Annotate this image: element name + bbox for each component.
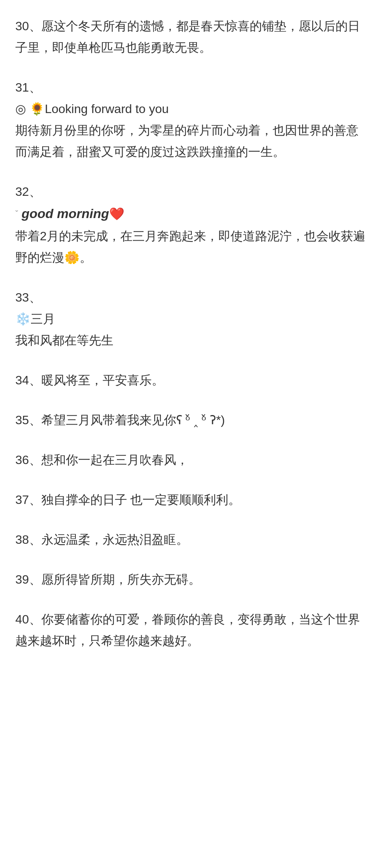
entry-38-text: 38、永远温柔，永远热泪盈眶。 [15,529,368,550]
entry-30: 30、愿这个冬天所有的遗憾，都是春天惊喜的铺垫，愿以后的日子里，即使单枪匹马也能… [15,15,368,58]
entry-37: 37、独自撑伞的日子 也一定要顺顺利利。 [15,489,368,510]
content-container: 30、愿这个冬天所有的遗憾，都是春天惊喜的铺垫，愿以后的日子里，即使单枪匹马也能… [15,15,368,651]
entry-33-line2: ❄️三月 [15,308,368,330]
entry-33-number: 33、 [15,287,368,308]
entry-36-text: 36、想和你一起在三月吹春风， [15,449,368,471]
entry-32-number: 32、 [15,181,368,202]
entry-37-text: 37、独自撑伞的日子 也一定要顺顺利利。 [15,489,368,510]
entry-32-line2: ˇ good morning❤️ [15,202,368,225]
entry-31: 31、 ◎ 🌻Looking forward to you 期待新月份里的你呀，… [15,77,368,162]
entry-39-text: 39、愿所得皆所期，所失亦无碍。 [15,569,368,590]
entry-33: 33、 ❄️三月 我和风都在等先生 [15,287,368,351]
entry-32-body: 带着2月的未完成，在三月奔跑起来，即使道路泥泞，也会收获遍野的烂漫🌼。 [15,225,368,268]
red-heart-icon: ❤️ [109,207,124,221]
entry-34-text: 34、暖风将至，平安喜乐。 [15,369,368,391]
entry-38: 38、永远温柔，永远热泪盈眶。 [15,529,368,550]
wavy-decoration: ˇ [15,207,18,222]
good-morning-text: good morning [21,206,109,221]
entry-35: 35、希望三月风带着我来见你ʕ ᵒ̌ ‸ ᵒ̌ ʔ*) [15,409,368,431]
entry-31-line2: ◎ 🌻Looking forward to you [15,98,368,120]
entry-33-body: 我和风都在等先生 [15,330,368,351]
entry-35-text: 35、希望三月风带着我来见你ʕ ᵒ̌ ‸ ᵒ̌ ʔ*) [15,409,368,431]
entry-40-text: 40、你要储蓄你的可爱，眷顾你的善良，变得勇敢，当这个世界越来越坏时，只希望你越… [15,609,368,651]
entry-31-body: 期待新月份里的你呀，为零星的碎片而心动着，也因世界的善意而满足着，甜蜜又可爱的度… [15,120,368,162]
entry-36: 36、想和你一起在三月吹春风， [15,449,368,471]
entry-32: 32、 ˇ good morning❤️ 带着2月的未完成，在三月奔跑起来，即使… [15,181,368,268]
entry-34: 34、暖风将至，平安喜乐。 [15,369,368,391]
entry-30-text: 30、愿这个冬天所有的遗憾，都是春天惊喜的铺垫，愿以后的日子里，即使单枪匹马也能… [15,15,368,58]
entry-40: 40、你要储蓄你的可爱，眷顾你的善良，变得勇敢，当这个世界越来越坏时，只希望你越… [15,609,368,651]
entry-31-number: 31、 [15,77,368,98]
entry-39: 39、愿所得皆所期，所失亦无碍。 [15,569,368,590]
